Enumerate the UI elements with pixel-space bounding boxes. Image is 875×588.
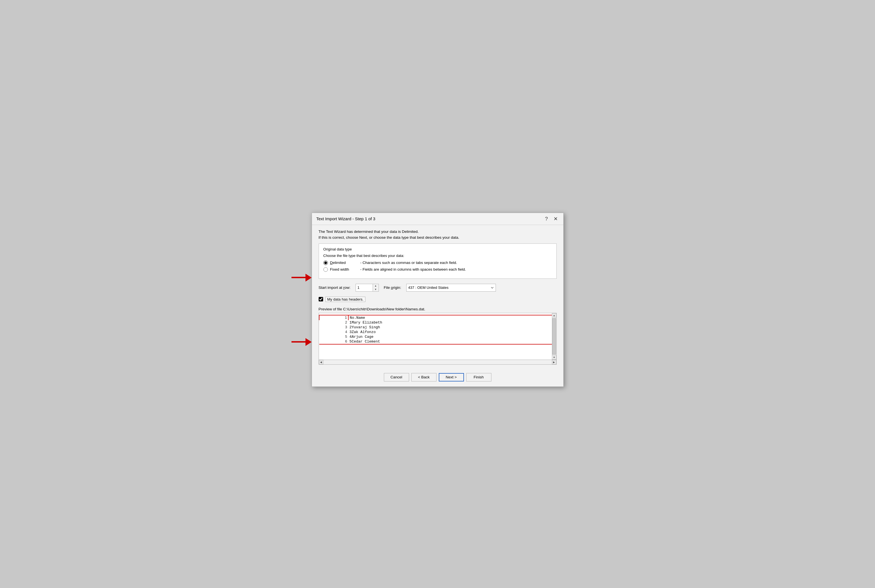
help-button[interactable]: ? — [543, 216, 549, 222]
fixed-width-row: Fixed width - Fields are aligned in colu… — [323, 267, 552, 272]
row-settings: Start import at row: ▲ ▼ File origin: — [319, 284, 557, 292]
row-number: 3 — [319, 325, 349, 330]
spinbox-up-btn[interactable]: ▲ — [373, 284, 379, 288]
spinbox-down-btn[interactable]: ▼ — [373, 288, 379, 291]
scroll-track-h — [323, 360, 552, 364]
fixed-width-radio[interactable] — [323, 267, 328, 272]
preview-table: 1No.Name21Mary Elizabeth32Yuvaraj Singh4… — [319, 315, 552, 345]
row-number: 1 — [319, 315, 349, 320]
section-subtitle: Choose the file type that best describes… — [323, 254, 552, 258]
table-row: 43Zak Alfonzo — [319, 330, 552, 334]
row-number: 5 — [319, 334, 349, 339]
row-content: 4Arjun Cage — [348, 334, 552, 339]
headers-label[interactable]: My data has headers. — [325, 297, 366, 302]
fixed-width-label[interactable]: Fixed width — [330, 267, 358, 272]
headers-checkbox-row: My data has headers. — [319, 297, 557, 302]
row-content: No.Name — [348, 315, 552, 320]
vertical-scrollbar[interactable]: ▲ ▼ — [552, 313, 556, 360]
delimited-desc: - Characters such as commas or tabs sepa… — [360, 261, 457, 265]
titlebar-icons: ? ✕ — [543, 216, 559, 222]
dialog-footer: Cancel < Back Next > Finish — [312, 369, 563, 387]
dialog-body: The Text Wizard has determined that your… — [312, 225, 563, 369]
start-row-input[interactable] — [356, 284, 373, 291]
cancel-button[interactable]: Cancel — [384, 373, 409, 381]
row-content: 2Yuvaraj Singh — [348, 325, 552, 330]
delimited-label[interactable]: Delimited — [330, 261, 358, 265]
file-origin-wrapper: 437 : OEM United States — [406, 284, 496, 292]
row-content: 1Mary Elizabeth — [348, 320, 552, 325]
table-row: 21Mary Elizabeth — [319, 320, 552, 325]
preview-label: Preview of file C:\Users\chitr\Downloads… — [319, 307, 557, 311]
scroll-left-arrow[interactable]: ◀ — [319, 360, 323, 364]
start-row-label: Start import at row: — [319, 285, 350, 290]
scroll-right-arrow[interactable]: ▶ — [552, 360, 556, 364]
table-row: 65Cedar Clement — [319, 339, 552, 344]
headers-checkbox[interactable] — [319, 297, 323, 302]
scroll-thumb[interactable] — [552, 318, 556, 355]
delimited-row: Delimited - Characters such as commas or… — [323, 261, 552, 265]
table-row: 1No.Name — [319, 315, 552, 320]
row-number: 6 — [319, 339, 349, 344]
row-content: 3Zak Alfonzo — [348, 330, 552, 334]
fixed-width-desc: - Fields are aligned in columns with spa… — [360, 267, 466, 272]
scroll-down-arrow[interactable]: ▼ — [552, 355, 556, 360]
finish-button[interactable]: Finish — [466, 373, 492, 381]
delimited-radio[interactable] — [323, 261, 328, 265]
dialog-title: Text Import Wizard - Step 1 of 3 — [316, 216, 376, 221]
preview-box: 1No.Name21Mary Elizabeth32Yuvaraj Singh4… — [319, 313, 557, 360]
file-origin-label: File origin: — [384, 285, 401, 290]
file-origin-select[interactable]: 437 : OEM United States — [406, 284, 496, 292]
section-title: Original data type — [323, 247, 552, 251]
data-type-section: Original data type Choose the file type … — [319, 243, 557, 279]
intro-text-1: The Text Wizard has determined that your… — [319, 230, 557, 234]
back-button[interactable]: < Back — [411, 373, 436, 381]
table-row: 32Yuvaraj Singh — [319, 325, 552, 330]
text-import-wizard-dialog: Text Import Wizard - Step 1 of 3 ? ✕ The… — [312, 213, 564, 387]
table-row: 54Arjun Cage — [319, 334, 552, 339]
spinbox-buttons: ▲ ▼ — [373, 284, 379, 291]
close-button[interactable]: ✕ — [552, 216, 559, 222]
preview-content: 1No.Name21Mary Elizabeth32Yuvaraj Singh4… — [319, 313, 552, 360]
intro-text-2: If this is correct, choose Next, or choo… — [319, 236, 557, 240]
row-content: 5Cedar Clement — [348, 339, 552, 344]
start-row-spinbox[interactable]: ▲ ▼ — [356, 284, 379, 292]
dialog-titlebar: Text Import Wizard - Step 1 of 3 ? ✕ — [312, 213, 563, 225]
scroll-up-arrow[interactable]: ▲ — [552, 313, 556, 318]
next-button[interactable]: Next > — [439, 373, 464, 381]
horizontal-scrollbar[interactable]: ◀ ▶ — [319, 360, 557, 364]
row-number: 2 — [319, 320, 349, 325]
row-number: 4 — [319, 330, 349, 334]
